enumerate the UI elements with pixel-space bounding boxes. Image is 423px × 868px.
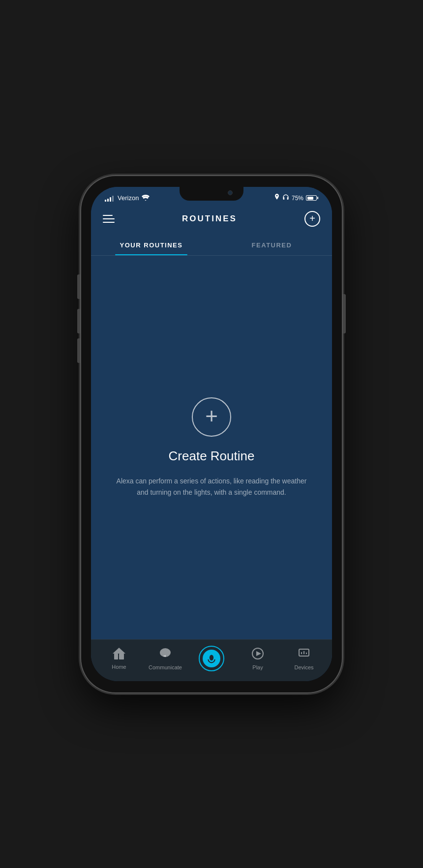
location-icon (274, 194, 280, 202)
status-right: 75% (274, 194, 318, 202)
svg-point-5 (210, 655, 213, 661)
nav-item-devices[interactable]: Devices (287, 647, 321, 670)
phone-frame: Verizon 11:59 AM (81, 176, 342, 692)
battery-icon (306, 195, 318, 201)
create-routine-icon[interactable]: + (192, 397, 231, 437)
tab-featured[interactable]: FEATURED (212, 234, 332, 255)
menu-button[interactable] (103, 215, 115, 223)
top-nav: ROUTINES + (91, 206, 332, 234)
phone-screen: Verizon 11:59 AM (91, 187, 332, 681)
menu-line-bot (103, 222, 115, 223)
status-left: Verizon (105, 194, 150, 202)
svg-marker-7 (256, 651, 261, 656)
battery-percentage: 75% (292, 195, 303, 202)
create-routine-title: Create Routine (169, 449, 255, 464)
headphones-icon (282, 194, 289, 202)
menu-line-top (103, 215, 113, 216)
nav-item-communicate[interactable]: Communicate (148, 647, 182, 670)
menu-line-mid (103, 218, 115, 219)
nav-item-home[interactable]: Home (102, 648, 136, 670)
tab-your-routines-label: YOUR ROUTINES (120, 241, 183, 249)
wifi-icon (142, 194, 150, 202)
communicate-icon (159, 647, 172, 662)
tab-active-underline (115, 254, 187, 256)
nav-item-play[interactable]: Play (241, 647, 275, 670)
carrier-label: Verizon (118, 194, 139, 202)
create-plus-icon: + (205, 405, 218, 427)
nav-item-alexa[interactable] (194, 646, 229, 671)
bottom-nav: Home Communicate (91, 639, 332, 681)
create-routine-description: Alexa can perform a series of actions, l… (116, 476, 307, 498)
svg-rect-0 (114, 654, 118, 659)
plus-icon: + (309, 213, 315, 223)
tab-your-routines[interactable]: YOUR ROUTINES (91, 234, 212, 255)
tabs-container: YOUR ROUTINES FEATURED (91, 234, 332, 256)
home-icon (113, 648, 125, 661)
notch (180, 187, 243, 201)
alexa-ring (199, 646, 224, 671)
tab-featured-label: FEATURED (252, 241, 292, 249)
signal-icon (105, 195, 114, 202)
communicate-label: Communicate (149, 664, 182, 670)
front-camera (228, 190, 233, 195)
home-label: Home (112, 664, 126, 670)
add-routine-button[interactable]: + (304, 211, 320, 227)
svg-rect-1 (119, 654, 124, 659)
main-content: + Create Routine Alexa can perform a ser… (91, 256, 332, 639)
page-title: ROUTINES (182, 214, 237, 224)
svg-marker-2 (113, 648, 125, 654)
alexa-button (203, 650, 220, 667)
devices-label: Devices (294, 664, 313, 670)
play-icon (251, 647, 264, 662)
devices-icon (298, 647, 310, 662)
play-label: Play (252, 664, 263, 670)
